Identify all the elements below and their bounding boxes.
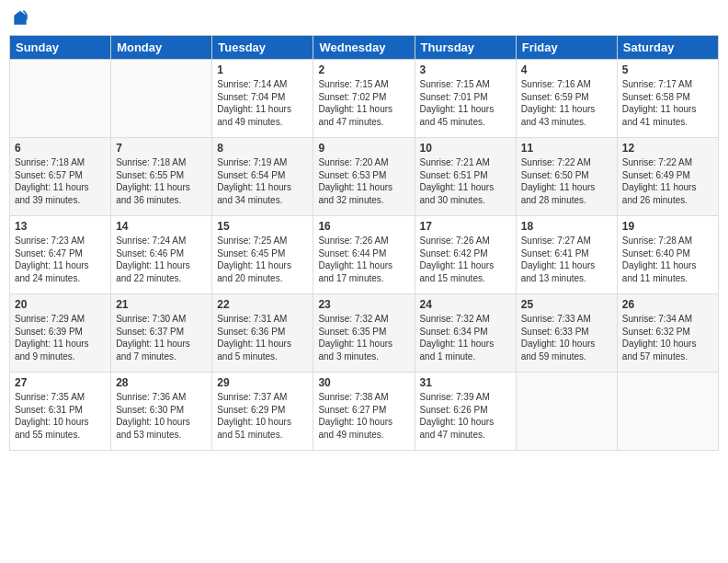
day-number: 3	[420, 63, 511, 76]
day-info: Sunrise: 7:33 AM Sunset: 6:33 PM Dayligh…	[521, 313, 612, 362]
day-number: 24	[420, 298, 511, 311]
day-number: 19	[622, 220, 713, 233]
calendar-cell	[516, 373, 617, 451]
day-info: Sunrise: 7:17 AM Sunset: 6:58 PM Dayligh…	[622, 78, 713, 128]
day-number: 10	[420, 142, 511, 155]
day-info: Sunrise: 7:32 AM Sunset: 6:35 PM Dayligh…	[318, 313, 409, 362]
day-info: Sunrise: 7:22 AM Sunset: 6:49 PM Dayligh…	[622, 156, 713, 206]
day-info: Sunrise: 7:26 AM Sunset: 6:42 PM Dayligh…	[420, 235, 511, 284]
day-number: 5	[622, 63, 713, 76]
calendar-header-sunday: Sunday	[10, 36, 111, 60]
day-number: 29	[217, 376, 308, 389]
day-info: Sunrise: 7:37 AM Sunset: 6:29 PM Dayligh…	[217, 391, 308, 441]
day-info: Sunrise: 7:27 AM Sunset: 6:41 PM Dayligh…	[521, 235, 612, 284]
calendar-header-saturday: Saturday	[617, 36, 718, 60]
calendar-cell: 7Sunrise: 7:18 AM Sunset: 6:55 PM Daylig…	[111, 138, 212, 216]
calendar-cell: 10Sunrise: 7:21 AM Sunset: 6:51 PM Dayli…	[415, 138, 516, 216]
calendar-cell	[111, 60, 212, 138]
calendar-week-5: 27Sunrise: 7:35 AM Sunset: 6:31 PM Dayli…	[10, 373, 719, 451]
day-info: Sunrise: 7:20 AM Sunset: 6:53 PM Dayligh…	[318, 156, 409, 206]
day-info: Sunrise: 7:15 AM Sunset: 7:01 PM Dayligh…	[420, 78, 511, 128]
day-info: Sunrise: 7:22 AM Sunset: 6:50 PM Dayligh…	[521, 156, 612, 206]
day-number: 27	[15, 376, 106, 389]
calendar-week-3: 13Sunrise: 7:23 AM Sunset: 6:47 PM Dayli…	[10, 216, 719, 294]
day-number: 15	[217, 220, 308, 233]
day-info: Sunrise: 7:31 AM Sunset: 6:36 PM Dayligh…	[217, 313, 308, 362]
day-info: Sunrise: 7:32 AM Sunset: 6:34 PM Dayligh…	[420, 313, 511, 362]
calendar-cell: 26Sunrise: 7:34 AM Sunset: 6:32 PM Dayli…	[617, 294, 718, 373]
calendar-cell: 18Sunrise: 7:27 AM Sunset: 6:41 PM Dayli…	[516, 216, 617, 294]
day-info: Sunrise: 7:14 AM Sunset: 7:04 PM Dayligh…	[217, 78, 308, 128]
day-info: Sunrise: 7:38 AM Sunset: 6:27 PM Dayligh…	[318, 391, 409, 441]
day-number: 8	[217, 142, 308, 155]
day-number: 9	[318, 142, 409, 155]
day-info: Sunrise: 7:29 AM Sunset: 6:39 PM Dayligh…	[15, 313, 106, 362]
day-number: 21	[116, 298, 207, 311]
day-info: Sunrise: 7:39 AM Sunset: 6:26 PM Dayligh…	[420, 391, 511, 441]
calendar-cell: 11Sunrise: 7:22 AM Sunset: 6:50 PM Dayli…	[516, 138, 617, 216]
calendar-cell	[10, 60, 111, 138]
day-number: 17	[420, 220, 511, 233]
calendar-week-1: 1Sunrise: 7:14 AM Sunset: 7:04 PM Daylig…	[10, 60, 719, 138]
calendar-cell: 14Sunrise: 7:24 AM Sunset: 6:46 PM Dayli…	[111, 216, 212, 294]
day-number: 16	[318, 220, 409, 233]
calendar-cell: 28Sunrise: 7:36 AM Sunset: 6:30 PM Dayli…	[111, 373, 212, 451]
day-info: Sunrise: 7:19 AM Sunset: 6:54 PM Dayligh…	[217, 156, 308, 206]
day-number: 4	[521, 63, 612, 76]
day-number: 20	[15, 298, 106, 311]
calendar-cell: 3Sunrise: 7:15 AM Sunset: 7:01 PM Daylig…	[415, 60, 516, 138]
day-number: 26	[622, 298, 713, 311]
calendar-cell: 16Sunrise: 7:26 AM Sunset: 6:44 PM Dayli…	[313, 216, 415, 294]
calendar-header-monday: Monday	[111, 36, 212, 60]
day-number: 30	[318, 376, 409, 389]
day-number: 11	[521, 142, 612, 155]
day-info: Sunrise: 7:28 AM Sunset: 6:40 PM Dayligh…	[622, 235, 713, 284]
day-number: 13	[15, 220, 106, 233]
calendar-cell: 1Sunrise: 7:14 AM Sunset: 7:04 PM Daylig…	[212, 60, 313, 138]
day-number: 31	[420, 376, 511, 389]
calendar-header-friday: Friday	[516, 36, 617, 60]
calendar-cell: 9Sunrise: 7:20 AM Sunset: 6:53 PM Daylig…	[313, 138, 415, 216]
page-header	[9, 9, 719, 28]
day-number: 14	[116, 220, 207, 233]
calendar-cell: 29Sunrise: 7:37 AM Sunset: 6:29 PM Dayli…	[212, 373, 313, 451]
calendar-header-thursday: Thursday	[415, 36, 516, 60]
calendar-cell: 25Sunrise: 7:33 AM Sunset: 6:33 PM Dayli…	[516, 294, 617, 373]
calendar-cell: 31Sunrise: 7:39 AM Sunset: 6:26 PM Dayli…	[415, 373, 516, 451]
calendar-cell: 30Sunrise: 7:38 AM Sunset: 6:27 PM Dayli…	[313, 373, 415, 451]
day-info: Sunrise: 7:36 AM Sunset: 6:30 PM Dayligh…	[116, 391, 207, 441]
calendar-header-tuesday: Tuesday	[212, 36, 313, 60]
day-number: 22	[217, 298, 308, 311]
calendar-cell: 27Sunrise: 7:35 AM Sunset: 6:31 PM Dayli…	[10, 373, 111, 451]
logo	[9, 9, 29, 28]
calendar-cell: 24Sunrise: 7:32 AM Sunset: 6:34 PM Dayli…	[415, 294, 516, 373]
day-number: 7	[116, 142, 207, 155]
calendar-cell: 20Sunrise: 7:29 AM Sunset: 6:39 PM Dayli…	[10, 294, 111, 373]
calendar-cell: 21Sunrise: 7:30 AM Sunset: 6:37 PM Dayli…	[111, 294, 212, 373]
calendar-cell: 17Sunrise: 7:26 AM Sunset: 6:42 PM Dayli…	[415, 216, 516, 294]
day-number: 28	[116, 376, 207, 389]
calendar-cell	[617, 373, 718, 451]
day-number: 25	[521, 298, 612, 311]
day-number: 2	[318, 63, 409, 76]
calendar-cell: 12Sunrise: 7:22 AM Sunset: 6:49 PM Dayli…	[617, 138, 718, 216]
calendar-cell: 22Sunrise: 7:31 AM Sunset: 6:36 PM Dayli…	[212, 294, 313, 373]
calendar-header-wednesday: Wednesday	[313, 36, 415, 60]
day-number: 1	[217, 63, 308, 76]
day-info: Sunrise: 7:16 AM Sunset: 6:59 PM Dayligh…	[521, 78, 612, 128]
calendar-cell: 15Sunrise: 7:25 AM Sunset: 6:45 PM Dayli…	[212, 216, 313, 294]
calendar-body: 1Sunrise: 7:14 AM Sunset: 7:04 PM Daylig…	[10, 60, 719, 451]
logo-icon	[11, 9, 29, 28]
day-info: Sunrise: 7:34 AM Sunset: 6:32 PM Dayligh…	[622, 313, 713, 362]
day-number: 23	[318, 298, 409, 311]
day-number: 12	[622, 142, 713, 155]
calendar-cell: 8Sunrise: 7:19 AM Sunset: 6:54 PM Daylig…	[212, 138, 313, 216]
day-info: Sunrise: 7:21 AM Sunset: 6:51 PM Dayligh…	[420, 156, 511, 206]
day-number: 6	[15, 142, 106, 155]
calendar-cell: 23Sunrise: 7:32 AM Sunset: 6:35 PM Dayli…	[313, 294, 415, 373]
day-info: Sunrise: 7:26 AM Sunset: 6:44 PM Dayligh…	[318, 235, 409, 284]
day-info: Sunrise: 7:30 AM Sunset: 6:37 PM Dayligh…	[116, 313, 207, 362]
calendar-cell: 5Sunrise: 7:17 AM Sunset: 6:58 PM Daylig…	[617, 60, 718, 138]
day-info: Sunrise: 7:25 AM Sunset: 6:45 PM Dayligh…	[217, 235, 308, 284]
calendar-week-4: 20Sunrise: 7:29 AM Sunset: 6:39 PM Dayli…	[10, 294, 719, 373]
